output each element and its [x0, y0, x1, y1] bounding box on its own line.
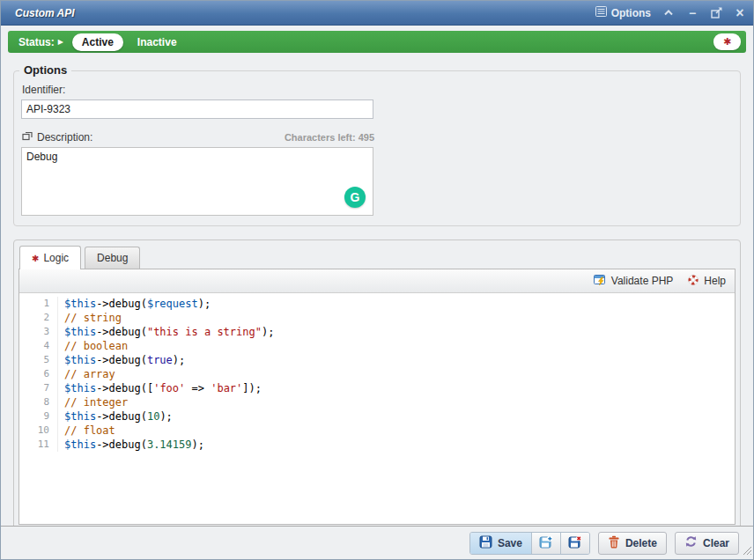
options-menu-button[interactable]: Options [595, 6, 651, 19]
line-number: 8 [19, 395, 58, 409]
line-number: 10 [19, 424, 58, 438]
save-button-group: Save [469, 532, 590, 555]
titlebar: Custom API Options − × [1, 1, 753, 26]
status-arrow-icon: ▶ [58, 38, 63, 46]
save-and-new-button[interactable] [531, 533, 560, 554]
identifier-label: Identifier: [22, 84, 733, 96]
save-icon [479, 535, 492, 551]
refresh-icon [684, 535, 698, 550]
status-active-button[interactable]: Active [72, 33, 123, 51]
clear-button[interactable]: Clear [675, 532, 739, 555]
line-number: 11 [19, 438, 58, 452]
options-fieldset: Options Identifier: Description: Charact… [13, 70, 741, 226]
required-fields-button[interactable]: ✱ [713, 33, 741, 50]
line-number: 3 [19, 325, 58, 339]
options-legend: Options [19, 63, 71, 77]
required-asterisk-icon: ✱ [32, 254, 39, 263]
clear-label: Clear [703, 537, 729, 549]
custom-api-window: Custom API Options − × Status: ▶ Active … [0, 0, 754, 560]
tab-logic-label: Logic [43, 252, 69, 264]
logic-tab-content: Validate PHP Help 1$this->debug($request… [18, 269, 736, 525]
line-number: 5 [19, 353, 58, 367]
save-label: Save [498, 537, 522, 549]
collapse-icon[interactable] [662, 7, 675, 19]
status-label: Status: [18, 36, 55, 48]
tab-debug[interactable]: Debug [85, 247, 140, 269]
description-label: Description: [37, 131, 92, 144]
save-and-close-button[interactable] [560, 533, 589, 554]
validate-php-icon [594, 274, 607, 289]
code-line[interactable]: 10// float [19, 424, 735, 438]
close-icon[interactable]: × [734, 7, 746, 19]
code-line[interactable]: 8// integer [19, 395, 735, 409]
tab-bar: ✱ Logic Debug [18, 245, 736, 269]
code-line[interactable]: 9$this->debug(10); [19, 409, 735, 424]
code-line[interactable]: 5$this->debug(true); [19, 353, 735, 367]
code-line[interactable]: 6// array [19, 367, 735, 381]
line-number: 4 [19, 339, 58, 353]
help-button[interactable]: Help [687, 274, 726, 289]
code-line[interactable]: 7$this->debug(['foo' => 'bar']); [19, 381, 735, 395]
line-number: 1 [19, 297, 58, 311]
code-toolbar: Validate PHP Help [19, 269, 735, 293]
delete-label: Delete [625, 537, 657, 549]
tab-debug-label: Debug [97, 252, 128, 264]
line-number: 2 [19, 311, 58, 325]
code-lines: 1$this->debug($request);2// string3$this… [19, 297, 735, 452]
popout-icon[interactable] [710, 7, 722, 19]
line-number: 7 [19, 381, 58, 395]
trash-icon [608, 535, 620, 551]
validate-php-label: Validate PHP [611, 275, 673, 287]
line-number: 6 [19, 367, 58, 381]
code-line[interactable]: 3$this->debug("this is a string"); [19, 325, 735, 339]
grammarly-icon[interactable]: G [344, 187, 366, 208]
footer-toolbar: Save Delete Clear [1, 526, 753, 559]
list-icon [595, 6, 607, 19]
save-and-new-icon [539, 535, 553, 551]
help-lifebuoy-icon [687, 274, 699, 289]
code-editor[interactable]: 1$this->debug($request);2// string3$this… [19, 293, 735, 524]
minimize-icon[interactable]: − [686, 7, 699, 19]
validate-php-button[interactable]: Validate PHP [594, 274, 673, 289]
options-menu-label: Options [611, 7, 651, 19]
window-title: Custom API [15, 7, 595, 19]
popout-field-icon[interactable] [22, 131, 33, 144]
code-line[interactable]: 2// string [19, 311, 735, 325]
save-button[interactable]: Save [470, 533, 531, 554]
resize-handle[interactable] [741, 544, 751, 557]
logic-tab-panel: ✱ Logic Debug Validate PHP He [13, 239, 741, 530]
line-number: 9 [19, 409, 58, 424]
characters-left-counter: Characters left: 495 [285, 132, 374, 143]
status-bar: Status: ▶ Active Inactive ✱ [8, 31, 746, 53]
code-line[interactable]: 4// boolean [19, 339, 735, 353]
tab-logic[interactable]: ✱ Logic [19, 246, 81, 269]
help-label: Help [704, 275, 726, 287]
code-line[interactable]: 1$this->debug($request); [19, 297, 735, 311]
status-inactive-button[interactable]: Inactive [137, 36, 177, 48]
save-and-close-icon [568, 535, 582, 551]
identifier-input[interactable] [21, 99, 373, 119]
description-textarea[interactable]: Debug [21, 147, 373, 216]
delete-button[interactable]: Delete [598, 532, 667, 555]
code-line[interactable]: 11$this->debug(3.14159); [19, 438, 735, 452]
